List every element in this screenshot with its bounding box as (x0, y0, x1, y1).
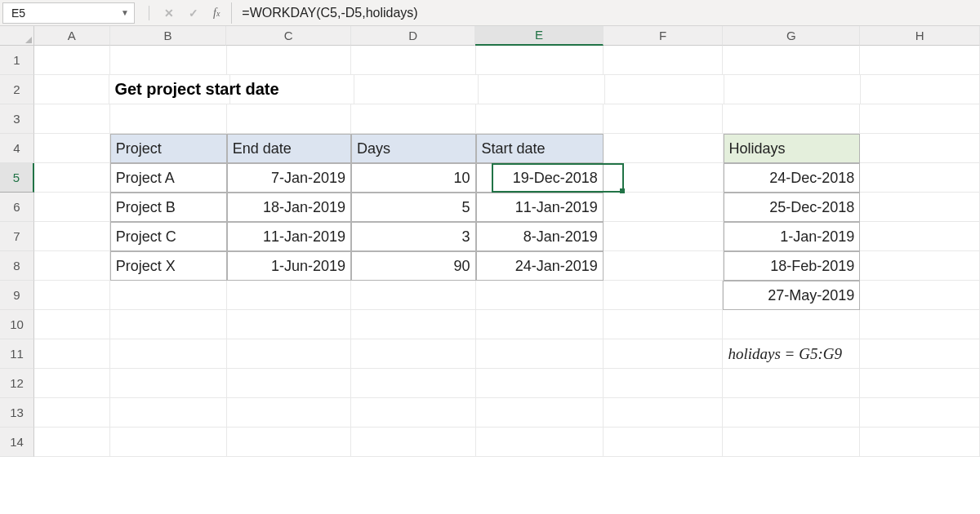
cell-B10[interactable] (110, 310, 227, 339)
cell-B3[interactable] (110, 104, 227, 134)
row-header-14[interactable]: 14 (0, 428, 34, 457)
cell-B2[interactable]: Get project start date (109, 75, 230, 104)
cell-C6[interactable]: 18-Jan-2019 (227, 193, 351, 222)
col-header-F[interactable]: F (604, 26, 724, 46)
cell-F3[interactable] (604, 104, 724, 134)
row-header-13[interactable]: 13 (0, 398, 34, 428)
cell-F5[interactable] (604, 163, 724, 193)
cell-D12[interactable] (351, 369, 475, 398)
cell-D5[interactable]: 10 (351, 163, 475, 193)
cell-E1[interactable] (476, 46, 604, 75)
cell-A8[interactable] (34, 251, 110, 281)
col-header-E[interactable]: E (475, 26, 603, 46)
cell-E6[interactable]: 11-Jan-2019 (476, 193, 604, 222)
cell-F9[interactable] (604, 281, 724, 310)
col-header-C[interactable]: C (226, 26, 350, 46)
row-header-10[interactable]: 10 (0, 310, 34, 339)
cell-A1[interactable] (34, 46, 110, 75)
cell-E5[interactable]: 19-Dec-2018 (476, 163, 604, 193)
cell-H6[interactable] (860, 193, 980, 222)
cell-D11[interactable] (351, 339, 475, 369)
cell-G12[interactable] (723, 369, 860, 398)
cell-B4[interactable]: Project (110, 134, 227, 163)
cancel-icon[interactable]: ✕ (164, 7, 174, 20)
cell-B7[interactable]: Project C (110, 222, 227, 251)
cell-D4[interactable]: Days (351, 134, 475, 163)
cell-E2[interactable] (479, 75, 605, 104)
col-header-B[interactable]: B (110, 26, 227, 46)
cell-A10[interactable] (34, 310, 110, 339)
cell-H4[interactable] (860, 134, 980, 163)
cell-G8[interactable]: 18-Feb-2019 (724, 251, 861, 281)
cell-H2[interactable] (861, 75, 980, 104)
cell-C11[interactable] (227, 339, 351, 369)
cell-D6[interactable]: 5 (351, 193, 475, 222)
row-header-3[interactable]: 3 (0, 104, 34, 134)
cell-H1[interactable] (860, 46, 980, 75)
cell-F1[interactable] (604, 46, 724, 75)
cell-G14[interactable] (723, 428, 860, 457)
cell-B5[interactable]: Project A (110, 163, 227, 193)
cell-E11[interactable] (476, 339, 604, 369)
row-header-7[interactable]: 7 (0, 222, 34, 251)
cell-A11[interactable] (34, 339, 110, 369)
row-header-8[interactable]: 8 (0, 251, 34, 281)
cell-A3[interactable] (34, 104, 110, 134)
col-header-A[interactable]: A (34, 26, 110, 46)
cell-F14[interactable] (604, 428, 724, 457)
cell-F2[interactable] (605, 75, 724, 104)
cell-G11[interactable]: holidays = G5:G9 (723, 339, 860, 369)
cell-H5[interactable] (860, 163, 980, 193)
cell-E9[interactable] (476, 281, 604, 310)
cell-E7[interactable]: 8-Jan-2019 (476, 222, 604, 251)
cell-G3[interactable] (723, 104, 860, 134)
row-header-4[interactable]: 4 (0, 134, 34, 163)
cell-E13[interactable] (476, 398, 604, 428)
cell-G13[interactable] (723, 398, 860, 428)
select-all-corner[interactable] (0, 26, 34, 46)
cell-C1[interactable] (227, 46, 351, 75)
cell-H7[interactable] (860, 222, 980, 251)
cell-C7[interactable]: 11-Jan-2019 (227, 222, 351, 251)
cell-H8[interactable] (860, 251, 980, 281)
name-box[interactable]: E5 ▼ (2, 2, 135, 24)
cell-H10[interactable] (860, 310, 980, 339)
row-header-1[interactable]: 1 (0, 46, 34, 75)
cell-F8[interactable] (604, 251, 724, 281)
cell-E8[interactable]: 24-Jan-2019 (476, 251, 604, 281)
dropdown-icon[interactable]: ▼ (121, 8, 129, 17)
cell-E3[interactable] (476, 104, 604, 134)
row-header-6[interactable]: 6 (0, 193, 34, 222)
cell-B13[interactable] (110, 398, 227, 428)
cell-B1[interactable] (110, 46, 227, 75)
cell-B8[interactable]: Project X (110, 251, 227, 281)
fx-icon[interactable]: fx (213, 7, 220, 20)
cell-C3[interactable] (227, 104, 351, 134)
cell-D7[interactable]: 3 (351, 222, 475, 251)
cell-G1[interactable] (723, 46, 860, 75)
cell-H9[interactable] (860, 281, 980, 310)
col-header-G[interactable]: G (723, 26, 860, 46)
cell-B12[interactable] (110, 369, 227, 398)
col-header-D[interactable]: D (351, 26, 475, 46)
formula-input[interactable]: =WORKDAY(C5,-D5,holidays) (231, 2, 980, 24)
cell-C10[interactable] (227, 310, 351, 339)
cell-G7[interactable]: 1-Jan-2019 (724, 222, 861, 251)
row-header-12[interactable]: 12 (0, 369, 34, 398)
cell-A7[interactable] (34, 222, 110, 251)
cell-F10[interactable] (604, 310, 724, 339)
cell-E4[interactable]: Start date (476, 134, 604, 163)
cell-D2[interactable] (354, 75, 479, 104)
cell-B11[interactable] (110, 339, 227, 369)
cell-C14[interactable] (227, 428, 351, 457)
cell-C5[interactable]: 7-Jan-2019 (227, 163, 351, 193)
col-header-H[interactable]: H (860, 26, 980, 46)
cell-C4[interactable]: End date (227, 134, 351, 163)
cell-C2[interactable] (230, 75, 354, 104)
cell-F12[interactable] (604, 369, 724, 398)
cell-G4[interactable]: Holidays (724, 134, 861, 163)
cell-D14[interactable] (351, 428, 475, 457)
cell-A13[interactable] (34, 398, 110, 428)
cell-C8[interactable]: 1-Jun-2019 (227, 251, 351, 281)
cell-C12[interactable] (227, 369, 351, 398)
